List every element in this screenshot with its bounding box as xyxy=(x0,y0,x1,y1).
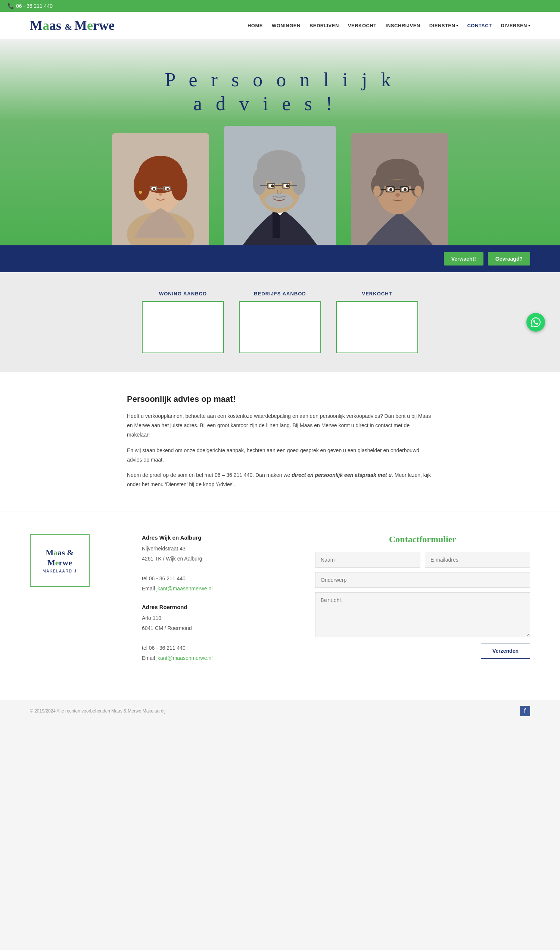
person-1 xyxy=(112,133,209,245)
contact-form: Contactformulier Verzenden xyxy=(315,534,530,663)
gevraagd-button[interactable]: Gevraagd? xyxy=(488,252,530,265)
content-p2: En wij staan bekend om onze doelgerichte… xyxy=(127,446,433,465)
header: Maas & Merwe HOME WONINGEN BEDRIJVEN VER… xyxy=(0,12,560,39)
copyright-text: © 2019/2024 Alle rechten voorbehouden Ma… xyxy=(30,708,165,714)
verzenden-button[interactable]: Verzenden xyxy=(481,643,530,659)
top-bar: 📞 06 - 36 211 440 xyxy=(0,0,560,12)
content-p3: Neem de proef op de som en bel met 06 – … xyxy=(127,471,433,489)
hero-subtitle: a d v i e s ! xyxy=(0,92,560,126)
logo[interactable]: Maas & Merwe xyxy=(30,18,115,33)
nav-verkocht[interactable]: VERKOCHT xyxy=(348,23,377,28)
svg-point-9 xyxy=(153,188,155,190)
address2-heading: Adres Roermond xyxy=(142,604,285,610)
main-nav: HOME WONINGEN BEDRIJVEN VERKOCHT INSCHRI… xyxy=(248,23,530,28)
svg-point-6 xyxy=(171,171,188,200)
bericht-textarea[interactable] xyxy=(315,592,530,637)
svg-point-15 xyxy=(139,191,142,194)
onderwerp-input[interactable] xyxy=(315,572,530,588)
person-2 xyxy=(224,126,336,245)
nav-diensten[interactable]: DIENSTEN ▾ xyxy=(429,23,458,28)
logo-part1b: as xyxy=(49,18,61,33)
svg-point-48 xyxy=(395,193,400,197)
address1-heading: Adres Wijk en Aalburg xyxy=(142,534,285,541)
nav-home[interactable]: HOME xyxy=(248,23,263,28)
nav-diversen[interactable]: DIVERSEN ▾ xyxy=(501,23,530,28)
nav-bedrijven[interactable]: BEDRIJVEN xyxy=(309,23,339,28)
footer: Maas & Merwe MAKELAARDIJ Adres Wijk en A… xyxy=(0,511,560,700)
content-p3-start: Neem de proef op de som en bel met 06 – … xyxy=(127,472,292,478)
hero-section: P e r s o o n l i j k a d v i e s ! xyxy=(0,39,560,245)
svg-point-21 xyxy=(253,169,266,195)
email1-link[interactable]: jkant@maasenmerwe.nl xyxy=(157,585,212,591)
svg-point-14 xyxy=(158,193,162,196)
email2-link[interactable]: jkant@maasenmerwe.nl xyxy=(157,655,212,661)
address1-street: Nijverheidstraat 43 4261 TK / Wijk en Aa… xyxy=(142,544,285,593)
footer-logo-text: Maas & Merwe xyxy=(43,548,77,568)
svg-point-49 xyxy=(373,186,381,197)
card-bedrijfs-box[interactable] xyxy=(239,301,321,353)
verwacht-button[interactable]: Verwacht! xyxy=(444,252,483,265)
hero-title: P e r s o o n l i j k xyxy=(0,61,560,92)
content-heading: Persoonlijk advies op maat! xyxy=(127,394,433,404)
logo-part2b: rwe xyxy=(93,18,115,33)
nav-woningen[interactable]: WONINGEN xyxy=(272,23,300,28)
svg-point-27 xyxy=(286,185,289,188)
hero-people xyxy=(0,126,560,245)
svg-point-22 xyxy=(292,169,305,195)
footer-logo-sub: MAKELAARDIJ xyxy=(43,569,77,573)
svg-point-41 xyxy=(389,188,392,191)
phone-number: 06 - 36 211 440 xyxy=(16,3,52,9)
content-p3-bold: direct en persoonlijk een afspraak met u xyxy=(292,472,392,478)
card-verkocht-box[interactable] xyxy=(336,301,418,353)
nav-contact[interactable]: CONTACT xyxy=(467,23,492,28)
cards-section: WONING AANBOD BEDRIJFS AANBOD VERKOCHT xyxy=(0,272,560,372)
chevron-down-icon-2: ▾ xyxy=(528,23,530,28)
facebook-icon[interactable]: f xyxy=(520,706,530,716)
nav-inschrijven[interactable]: INSCHRIJVEN xyxy=(386,23,420,28)
content-section: Persoonlijk advies op maat! Heeft u verk… xyxy=(0,372,560,511)
footer-addresses: Adres Wijk en Aalburg Nijverheidstraat 4… xyxy=(142,534,285,663)
email-input[interactable] xyxy=(425,552,530,568)
address2-info: Arlo 110 6041 CM / Roermond tel 06 - 36 … xyxy=(142,613,285,663)
svg-point-42 xyxy=(403,188,406,191)
chevron-down-icon: ▾ xyxy=(456,23,458,28)
footer-bottom: © 2019/2024 Alle rechten voorbehouden Ma… xyxy=(0,700,560,722)
card-bedrijfs-label: BEDRIJFS AANBOD xyxy=(254,291,306,297)
card-woning-label: WONING AANBOD xyxy=(159,291,207,297)
card-woning: WONING AANBOD xyxy=(142,291,224,353)
logo-part1: M xyxy=(30,18,43,33)
card-woning-box[interactable] xyxy=(142,301,224,353)
whatsapp-button[interactable] xyxy=(526,313,545,332)
form-row-1 xyxy=(315,552,530,568)
person-3 xyxy=(351,133,448,245)
svg-point-10 xyxy=(166,188,169,190)
card-bedrijfs: BEDRIJFS AANBOD xyxy=(239,291,321,353)
card-verkocht: VERKOCHT xyxy=(336,291,418,353)
logo-accent2: e xyxy=(87,18,93,33)
logo-accent1: a xyxy=(43,18,49,33)
svg-point-50 xyxy=(414,186,422,197)
svg-point-5 xyxy=(134,171,150,200)
footer-top: Maas & Merwe MAKELAARDIJ Adres Wijk en A… xyxy=(30,534,530,663)
svg-point-26 xyxy=(271,185,274,188)
blue-bar: Verwacht! Gevraagd? xyxy=(0,245,560,272)
phone-icon: 📞 xyxy=(8,3,14,9)
card-verkocht-label: VERKOCHT xyxy=(362,291,392,297)
logo-amp: & xyxy=(65,22,74,32)
naam-input[interactable] xyxy=(315,552,420,568)
logo-part2: M xyxy=(74,18,87,33)
content-p1: Heeft u verkoopplannen, behoefte aan een… xyxy=(127,411,433,440)
contact-form-heading: Contactformulier xyxy=(315,534,530,545)
footer-logo: Maas & Merwe MAKELAARDIJ xyxy=(30,534,89,587)
